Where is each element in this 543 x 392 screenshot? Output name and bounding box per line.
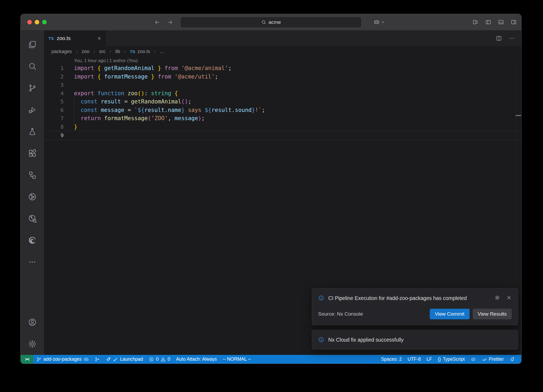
info-icon <box>318 337 324 343</box>
copilot-status[interactable] <box>468 355 479 364</box>
auto-attach-status[interactable]: Auto Attach: Always <box>173 355 220 364</box>
tab-close-icon[interactable] <box>97 36 102 41</box>
line-number: 4 <box>44 89 64 98</box>
launchpad-button[interactable]: Launchpad <box>103 355 146 364</box>
code-text <box>64 81 74 89</box>
more-actions-icon[interactable] <box>509 35 515 41</box>
breadcrumb-label: lib <box>115 49 120 54</box>
encoding-status[interactable]: UTF-8 <box>405 355 424 364</box>
activity-item-settings[interactable] <box>21 333 44 355</box>
toggle-primary-sidebar-icon[interactable] <box>485 19 491 25</box>
error-count: 0 <box>156 356 159 362</box>
launchpad-label: Launchpad <box>120 356 143 362</box>
activity-item-run-and-debug[interactable] <box>21 99 44 121</box>
activity-item-nx-console[interactable] <box>21 164 44 186</box>
branch-name: add-zoo-packages <box>43 356 82 362</box>
warning-icon <box>160 357 166 362</box>
toggle-panel-icon[interactable] <box>498 19 504 25</box>
forward-icon[interactable] <box>167 19 173 25</box>
additional-views-icon <box>28 258 37 267</box>
toggle-secondary-sidebar-icon[interactable] <box>511 19 517 25</box>
back-icon[interactable] <box>154 19 160 25</box>
source-control-icon <box>28 84 37 93</box>
activity-bar <box>21 31 44 355</box>
command-center-search[interactable]: acme <box>180 17 362 28</box>
formatter-status[interactable]: Prettier <box>479 355 507 364</box>
activity-item-commit-graph[interactable] <box>21 208 44 229</box>
problems-status[interactable]: 0 0 <box>146 355 173 364</box>
code-line-4[interactable]: 4export function zoo(): string { <box>44 89 521 98</box>
git-graph-button[interactable] <box>92 355 103 364</box>
breadcrumb-item-src[interactable]: src <box>99 49 106 54</box>
activity-item-additional-views[interactable] <box>21 251 44 273</box>
view-results-button[interactable]: View Results <box>473 309 512 319</box>
language-mode-status[interactable]: {} TypeScript <box>435 355 467 364</box>
zoom-button[interactable] <box>42 20 47 24</box>
breadcrumb-item-lib[interactable]: lib <box>115 49 120 54</box>
breadcrumb-item--[interactable]: ... <box>160 49 164 54</box>
customize-layout-icon[interactable] <box>472 19 479 25</box>
code-text: export function zoo(): string { <box>64 89 178 98</box>
code-text: return formatMessage('ZOO', message); <box>64 114 205 123</box>
code-line-6[interactable]: 6 const message = `${result.name} says $… <box>44 106 521 115</box>
minimize-button[interactable] <box>35 20 39 24</box>
breadcrumb-item-zoo-ts[interactable]: TSzoo.ts <box>130 49 150 54</box>
line-number: 6 <box>44 106 64 115</box>
activity-item-browser-preview[interactable] <box>21 229 44 251</box>
git-branch-status[interactable]: add-zoo-packages <box>33 355 92 364</box>
code-line-5[interactable]: 5 const result = getRandomAnimal(); <box>44 98 521 106</box>
info-icon <box>318 295 324 301</box>
tab-zoo-ts[interactable]: TS zoo.ts <box>44 31 106 46</box>
remote-icon: >< <box>25 357 29 362</box>
window-controls <box>27 20 47 24</box>
line-number: 2 <box>44 73 64 81</box>
indent-guide <box>74 98 74 123</box>
notification-settings-icon[interactable] <box>494 295 500 300</box>
activity-item-project-graph[interactable] <box>21 186 44 208</box>
close-button[interactable] <box>27 20 32 24</box>
breadcrumb-separator-icon <box>108 50 112 54</box>
run-and-debug-icon <box>28 105 37 114</box>
desktop: { "colors": { "status_bar_blue": "#0f7ad… <box>0 0 543 392</box>
breadcrumb-item-packages[interactable]: packages <box>51 49 72 54</box>
breadcrumb-label: zoo.ts <box>137 49 150 54</box>
plug-icon <box>113 357 118 362</box>
braces-icon: {} <box>438 356 441 362</box>
activity-item-testing[interactable] <box>21 121 44 142</box>
title-bar: acme <box>21 14 521 31</box>
code-text: import { getRandomAnimal } from '@acme/a… <box>64 64 231 73</box>
notification-center: CI Pipeline Execution for #add-zoo-packa… <box>312 288 518 350</box>
code-line-7[interactable]: 7 return formatMessage('ZOO', message); <box>44 114 521 123</box>
indentation-status[interactable]: Spaces: 2 <box>378 355 405 364</box>
breadcrumb-separator-icon <box>92 50 96 54</box>
chevron-down-icon <box>381 20 385 24</box>
notification-close-icon[interactable] <box>506 295 512 300</box>
eol-status[interactable]: LF <box>424 355 435 364</box>
code-line-2[interactable]: 2import { formatMessage } from '@acme/ut… <box>44 73 521 81</box>
activity-item-source-control[interactable] <box>21 77 44 99</box>
code-line-8[interactable]: 8} <box>44 123 521 131</box>
code-line-1[interactable]: 1import { getRandomAnimal } from '@acme/… <box>44 64 521 73</box>
line-number: 9 <box>44 131 64 140</box>
cloud-upload-icon <box>84 357 89 362</box>
breadcrumb-item-zoo[interactable]: zoo <box>82 49 89 54</box>
vim-mode-status[interactable]: -- NORMAL -- <box>220 355 254 364</box>
breadcrumb-separator-icon <box>75 50 79 54</box>
activity-item-explorer[interactable] <box>21 34 44 55</box>
git-branch-icon <box>36 357 42 362</box>
split-editor-icon[interactable] <box>496 35 502 41</box>
explorer-icon <box>28 40 37 49</box>
copilot-menu[interactable] <box>373 14 385 30</box>
code-line-9[interactable]: 9 <box>44 131 521 140</box>
gitlens-blame-annotation[interactable]: You, 1 hour ago | 1 author (You) <box>44 57 521 64</box>
view-commit-button[interactable]: View Commit <box>430 309 470 319</box>
notifications-bell[interactable] <box>507 355 518 364</box>
activity-item-search[interactable] <box>21 55 44 77</box>
code-text <box>64 131 74 140</box>
notification-message: Nx Cloud fix applied successfully <box>328 336 404 344</box>
remote-indicator[interactable]: >< <box>21 355 33 364</box>
notification-toast-nx-cloud: Nx Cloud fix applied successfully <box>312 330 518 350</box>
code-line-3[interactable]: 3 <box>44 81 521 89</box>
activity-item-extensions[interactable] <box>21 142 44 164</box>
activity-item-accounts[interactable] <box>21 311 44 333</box>
